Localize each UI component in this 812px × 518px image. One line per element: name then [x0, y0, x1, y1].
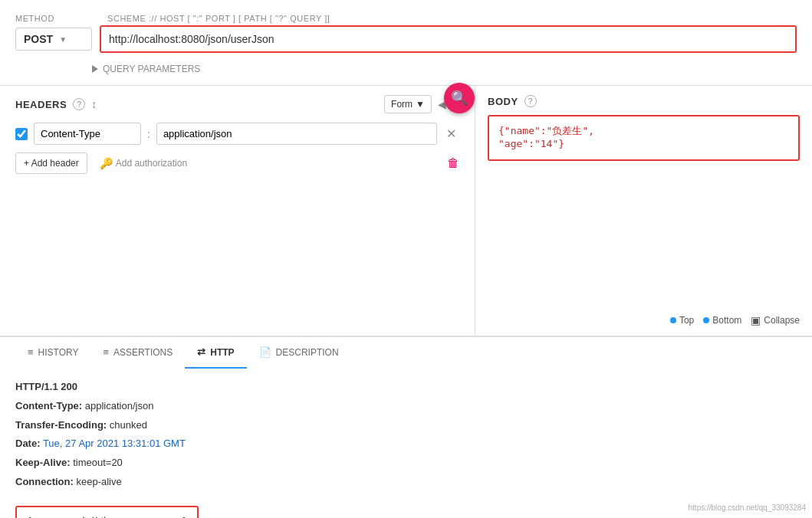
form-dropdown[interactable]: Form ▼ — [384, 95, 432, 113]
response-date-line: Date: Tue, 27 Apr 2021 13:31:01 GMT — [15, 436, 797, 452]
history-icon: ≡ — [28, 346, 34, 358]
scroll-top-label: Top — [679, 315, 694, 326]
tab-history[interactable]: ≡ HISTORY — [15, 337, 91, 369]
headers-title: HEADERS — [15, 99, 67, 110]
transfer-encoding-key: Transfer-Encoding: — [15, 419, 107, 431]
scroll-bottom-label: Bottom — [712, 315, 741, 326]
response-content-type-line: Content-Type: application/json — [15, 398, 797, 415]
response-connection-line: Connection: keep-alive — [15, 474, 797, 490]
query-params-label: QUERY PARAMETERS — [103, 64, 200, 74]
assertions-icon: ≡ — [104, 346, 110, 358]
method-dropdown[interactable]: POST ▼ — [15, 28, 92, 51]
tab-assertions-label: ASSERTIONS — [113, 347, 173, 358]
query-params-toggle[interactable]: QUERY PARAMETERS — [15, 61, 797, 77]
bottom-dot-icon — [703, 317, 709, 323]
response-status-line: HTTP/1.1 200 — [15, 379, 797, 395]
response-keepalive-line: Keep-Alive: timeout=20 — [15, 455, 797, 471]
header-remove-icon[interactable]: ✕ — [443, 125, 459, 143]
search-fab[interactable]: 🔍 — [444, 83, 475, 113]
connection-key: Connection: — [15, 476, 74, 487]
description-icon: 📄 — [259, 346, 271, 358]
header-key-input[interactable] — [34, 123, 141, 145]
body-help-icon[interactable]: ? — [524, 95, 537, 107]
body-line1: {"name":"负差生", — [498, 124, 789, 138]
key-icon: 🔑 — [100, 157, 113, 169]
method-arrow-icon: ▼ — [59, 35, 67, 44]
colon-separator: : — [147, 128, 150, 140]
response-json-box: {"name":"负差生","age":"14"} — [15, 506, 199, 518]
body-code-box[interactable]: {"name":"负差生", "age":"14"} — [488, 115, 800, 161]
header-checkbox[interactable] — [15, 128, 28, 140]
connection-value: keep-alive — [76, 476, 121, 487]
add-auth-button[interactable]: 🔑 Add authorization — [100, 157, 187, 169]
header-row: : ✕ — [15, 123, 459, 145]
bottom-tabs: ≡ HISTORY ≡ ASSERTIONS ⇄ HTTP 📄 DESCRIPT… — [0, 336, 812, 367]
scroll-bottom-button[interactable]: Bottom — [703, 315, 741, 326]
response-status: HTTP/1.1 200 — [15, 381, 77, 392]
trash-icon[interactable]: 🗑 — [447, 156, 459, 170]
search-fab-icon: 🔍 — [451, 90, 468, 107]
watermark: https://blog.csdn.net/qq_33093284 — [689, 503, 806, 512]
collapse-label: Collapse — [764, 315, 800, 326]
add-header-button[interactable]: + Add header — [15, 152, 87, 174]
body-line2: "age":"14"} — [498, 138, 789, 149]
tab-http-label: HTTP — [210, 347, 234, 358]
tab-assertions[interactable]: ≡ ASSERTIONS — [91, 337, 186, 369]
top-dot-icon — [670, 317, 676, 323]
tab-history-label: HISTORY — [38, 347, 79, 358]
transfer-encoding-value: chunked — [110, 419, 147, 431]
tab-description-label: DESCRIPTION — [276, 347, 339, 358]
headers-sort-icon[interactable]: ↕ — [91, 98, 97, 110]
keep-alive-value: timeout=20 — [73, 457, 123, 468]
response-transfer-line: Transfer-Encoding: chunked — [15, 418, 797, 434]
form-arrow-icon: ▼ — [416, 99, 425, 110]
tab-http[interactable]: ⇄ HTTP — [185, 337, 246, 369]
keep-alive-key: Keep-Alive: — [15, 457, 71, 468]
tab-description[interactable]: 📄 DESCRIPTION — [247, 337, 351, 369]
content-type-key: Content-Type: — [15, 400, 82, 411]
header-value-input[interactable] — [156, 123, 437, 145]
date-value: Tue, 27 Apr 2021 13:31:01 GMT — [43, 438, 186, 449]
header-actions: + Add header 🔑 Add authorization 🗑 — [15, 152, 459, 174]
date-key: Date: — [15, 438, 41, 449]
body-title: BODY — [488, 96, 518, 107]
add-auth-label: Add authorization — [116, 158, 187, 169]
headers-help-icon[interactable]: ? — [73, 98, 85, 110]
content-type-value: application/json — [85, 400, 154, 411]
response-body: HTTP/1.1 200 Content-Type: application/j… — [0, 367, 812, 518]
url-input[interactable] — [101, 27, 795, 51]
method-label: METHOD — [15, 14, 54, 23]
form-label: Form — [391, 99, 413, 110]
collapse-button[interactable]: ▣ Collapse — [751, 314, 800, 326]
query-params-arrow-icon — [92, 65, 98, 73]
method-value: POST — [24, 33, 53, 45]
http-icon: ⇄ — [197, 346, 205, 358]
scroll-top-button[interactable]: Top — [670, 315, 694, 326]
collapse-icon: ▣ — [751, 314, 761, 326]
scheme-label: SCHEME :// HOST [ ":" PORT ] [ PATH [ "?… — [107, 14, 330, 23]
